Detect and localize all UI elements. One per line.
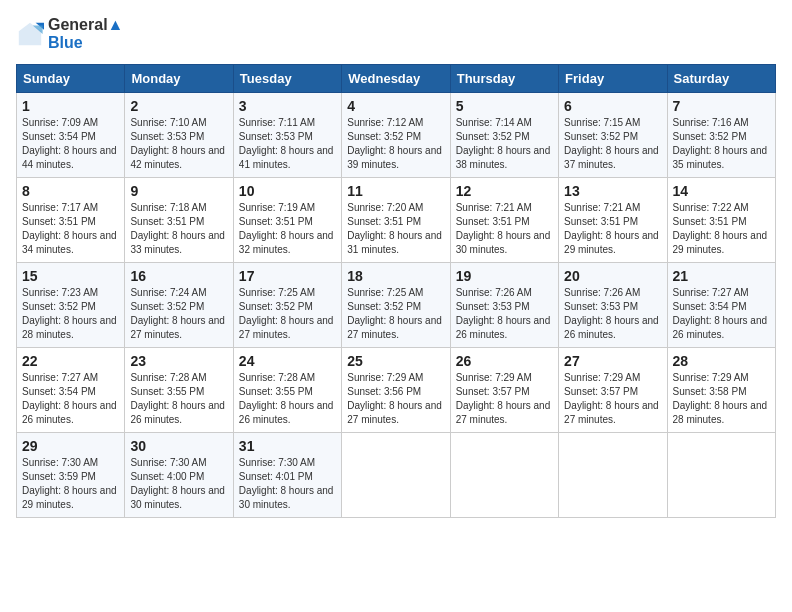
calendar-week: 8 Sunrise: 7:17 AMSunset: 3:51 PMDayligh… [17,178,776,263]
header-day: Tuesday [233,65,341,93]
calendar-cell: 14 Sunrise: 7:22 AMSunset: 3:51 PMDaylig… [667,178,775,263]
day-info: Sunrise: 7:27 AMSunset: 3:54 PMDaylight:… [673,286,770,342]
day-info: Sunrise: 7:30 AMSunset: 4:00 PMDaylight:… [130,456,227,512]
calendar-cell: 22 Sunrise: 7:27 AMSunset: 3:54 PMDaylig… [17,348,125,433]
calendar-cell: 10 Sunrise: 7:19 AMSunset: 3:51 PMDaylig… [233,178,341,263]
calendar-cell: 11 Sunrise: 7:20 AMSunset: 3:51 PMDaylig… [342,178,450,263]
day-number: 11 [347,183,444,199]
header-day: Sunday [17,65,125,93]
calendar-table: SundayMondayTuesdayWednesdayThursdayFrid… [16,64,776,518]
day-number: 30 [130,438,227,454]
header-day: Wednesday [342,65,450,93]
page-header: General▲ Blue [16,16,776,52]
day-number: 25 [347,353,444,369]
logo-text: General▲ Blue [48,16,123,52]
day-number: 1 [22,98,119,114]
calendar-cell: 9 Sunrise: 7:18 AMSunset: 3:51 PMDayligh… [125,178,233,263]
calendar-cell: 3 Sunrise: 7:11 AMSunset: 3:53 PMDayligh… [233,93,341,178]
day-number: 22 [22,353,119,369]
calendar-cell: 28 Sunrise: 7:29 AMSunset: 3:58 PMDaylig… [667,348,775,433]
day-info: Sunrise: 7:25 AMSunset: 3:52 PMDaylight:… [347,286,444,342]
day-info: Sunrise: 7:24 AMSunset: 3:52 PMDaylight:… [130,286,227,342]
header-day: Friday [559,65,667,93]
calendar-cell [559,433,667,518]
day-info: Sunrise: 7:25 AMSunset: 3:52 PMDaylight:… [239,286,336,342]
calendar-cell: 4 Sunrise: 7:12 AMSunset: 3:52 PMDayligh… [342,93,450,178]
calendar-week: 15 Sunrise: 7:23 AMSunset: 3:52 PMDaylig… [17,263,776,348]
calendar-cell [450,433,558,518]
header-day: Monday [125,65,233,93]
day-info: Sunrise: 7:17 AMSunset: 3:51 PMDaylight:… [22,201,119,257]
day-number: 8 [22,183,119,199]
calendar-cell: 26 Sunrise: 7:29 AMSunset: 3:57 PMDaylig… [450,348,558,433]
day-info: Sunrise: 7:29 AMSunset: 3:57 PMDaylight:… [456,371,553,427]
calendar-cell: 27 Sunrise: 7:29 AMSunset: 3:57 PMDaylig… [559,348,667,433]
logo-icon [16,20,44,48]
calendar-cell [667,433,775,518]
calendar-cell: 7 Sunrise: 7:16 AMSunset: 3:52 PMDayligh… [667,93,775,178]
day-info: Sunrise: 7:15 AMSunset: 3:52 PMDaylight:… [564,116,661,172]
day-number: 28 [673,353,770,369]
day-number: 2 [130,98,227,114]
day-info: Sunrise: 7:21 AMSunset: 3:51 PMDaylight:… [564,201,661,257]
day-info: Sunrise: 7:16 AMSunset: 3:52 PMDaylight:… [673,116,770,172]
calendar-week: 29 Sunrise: 7:30 AMSunset: 3:59 PMDaylig… [17,433,776,518]
day-number: 18 [347,268,444,284]
calendar-cell: 17 Sunrise: 7:25 AMSunset: 3:52 PMDaylig… [233,263,341,348]
calendar-cell: 13 Sunrise: 7:21 AMSunset: 3:51 PMDaylig… [559,178,667,263]
header-day: Saturday [667,65,775,93]
day-number: 7 [673,98,770,114]
calendar-cell: 1 Sunrise: 7:09 AMSunset: 3:54 PMDayligh… [17,93,125,178]
day-number: 29 [22,438,119,454]
calendar-cell: 29 Sunrise: 7:30 AMSunset: 3:59 PMDaylig… [17,433,125,518]
day-number: 24 [239,353,336,369]
day-number: 23 [130,353,227,369]
day-info: Sunrise: 7:27 AMSunset: 3:54 PMDaylight:… [22,371,119,427]
calendar-cell: 16 Sunrise: 7:24 AMSunset: 3:52 PMDaylig… [125,263,233,348]
day-number: 12 [456,183,553,199]
day-info: Sunrise: 7:29 AMSunset: 3:58 PMDaylight:… [673,371,770,427]
calendar-cell: 2 Sunrise: 7:10 AMSunset: 3:53 PMDayligh… [125,93,233,178]
day-info: Sunrise: 7:19 AMSunset: 3:51 PMDaylight:… [239,201,336,257]
day-info: Sunrise: 7:29 AMSunset: 3:57 PMDaylight:… [564,371,661,427]
day-number: 20 [564,268,661,284]
day-info: Sunrise: 7:18 AMSunset: 3:51 PMDaylight:… [130,201,227,257]
calendar-cell: 20 Sunrise: 7:26 AMSunset: 3:53 PMDaylig… [559,263,667,348]
calendar-cell: 12 Sunrise: 7:21 AMSunset: 3:51 PMDaylig… [450,178,558,263]
day-info: Sunrise: 7:26 AMSunset: 3:53 PMDaylight:… [456,286,553,342]
day-info: Sunrise: 7:28 AMSunset: 3:55 PMDaylight:… [130,371,227,427]
day-number: 10 [239,183,336,199]
day-info: Sunrise: 7:26 AMSunset: 3:53 PMDaylight:… [564,286,661,342]
calendar-cell: 31 Sunrise: 7:30 AMSunset: 4:01 PMDaylig… [233,433,341,518]
calendar-cell: 25 Sunrise: 7:29 AMSunset: 3:56 PMDaylig… [342,348,450,433]
day-info: Sunrise: 7:10 AMSunset: 3:53 PMDaylight:… [130,116,227,172]
day-number: 9 [130,183,227,199]
day-info: Sunrise: 7:11 AMSunset: 3:53 PMDaylight:… [239,116,336,172]
calendar-cell: 30 Sunrise: 7:30 AMSunset: 4:00 PMDaylig… [125,433,233,518]
calendar-cell: 19 Sunrise: 7:26 AMSunset: 3:53 PMDaylig… [450,263,558,348]
calendar-cell: 23 Sunrise: 7:28 AMSunset: 3:55 PMDaylig… [125,348,233,433]
day-number: 4 [347,98,444,114]
day-number: 31 [239,438,336,454]
header-row: SundayMondayTuesdayWednesdayThursdayFrid… [17,65,776,93]
calendar-week: 1 Sunrise: 7:09 AMSunset: 3:54 PMDayligh… [17,93,776,178]
day-number: 6 [564,98,661,114]
day-info: Sunrise: 7:09 AMSunset: 3:54 PMDaylight:… [22,116,119,172]
day-info: Sunrise: 7:14 AMSunset: 3:52 PMDaylight:… [456,116,553,172]
calendar-cell: 6 Sunrise: 7:15 AMSunset: 3:52 PMDayligh… [559,93,667,178]
calendar-cell: 18 Sunrise: 7:25 AMSunset: 3:52 PMDaylig… [342,263,450,348]
calendar-week: 22 Sunrise: 7:27 AMSunset: 3:54 PMDaylig… [17,348,776,433]
day-info: Sunrise: 7:30 AMSunset: 3:59 PMDaylight:… [22,456,119,512]
day-info: Sunrise: 7:12 AMSunset: 3:52 PMDaylight:… [347,116,444,172]
day-info: Sunrise: 7:21 AMSunset: 3:51 PMDaylight:… [456,201,553,257]
day-info: Sunrise: 7:29 AMSunset: 3:56 PMDaylight:… [347,371,444,427]
calendar-cell [342,433,450,518]
day-info: Sunrise: 7:20 AMSunset: 3:51 PMDaylight:… [347,201,444,257]
day-number: 26 [456,353,553,369]
day-number: 3 [239,98,336,114]
day-number: 15 [22,268,119,284]
calendar-cell: 24 Sunrise: 7:28 AMSunset: 3:55 PMDaylig… [233,348,341,433]
day-number: 27 [564,353,661,369]
day-number: 13 [564,183,661,199]
day-info: Sunrise: 7:23 AMSunset: 3:52 PMDaylight:… [22,286,119,342]
